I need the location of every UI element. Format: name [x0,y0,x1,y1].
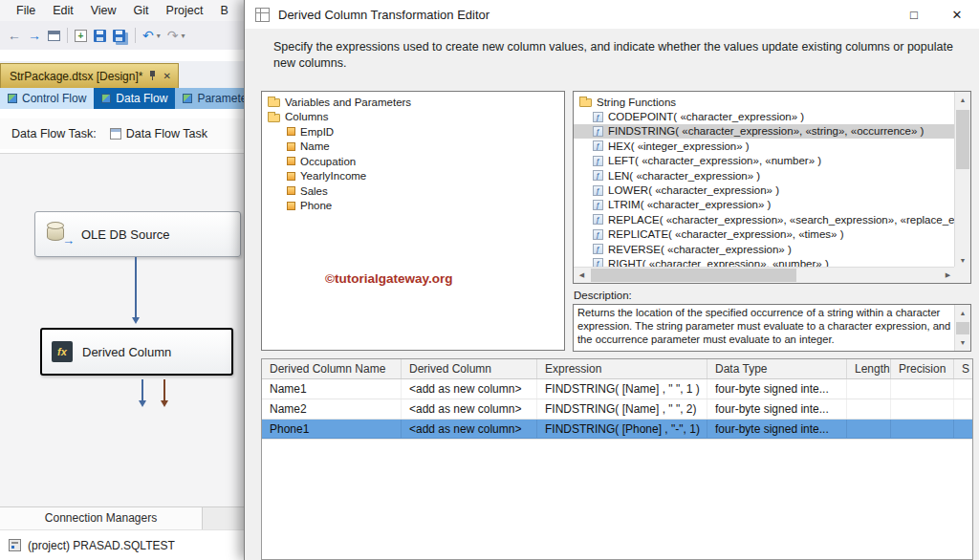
functions-vertical-scrollbar[interactable]: ▲ ▼ [954,92,970,269]
new-item-icon[interactable]: + [75,30,87,42]
function-item[interactable]: LEFT( «character_expression», «number» ) [574,154,956,168]
scroll-down-icon[interactable]: ▼ [955,334,970,351]
cell-precision[interactable] [891,379,954,398]
cell-derived-column-name[interactable]: Phone1 [262,420,402,439]
function-item[interactable]: REPLICATE( «character_expression», «time… [574,227,956,242]
cell-expression[interactable]: FINDSTRING( [Name] , " ", 2) [537,399,707,419]
error-output-arrow[interactable] [163,379,165,404]
scrollbar-thumb[interactable] [591,269,796,282]
cell-data-type[interactable]: four-byte signed inte... [707,399,847,419]
scroll-up-icon[interactable]: ▲ [955,305,970,321]
function-item[interactable]: LEN( «character_expression» ) [574,168,956,183]
cell-data-type[interactable]: four-byte signed inte... [707,420,847,439]
menu-edit[interactable]: Edit [44,1,82,20]
cell-derived-column[interactable]: <add as new column> [402,379,537,398]
document-tab[interactable]: StrPackage.dtsx [Design]* ✕ [0,63,179,88]
header-precision[interactable]: Precision [891,359,954,378]
cell-data-type[interactable]: four-byte signed inte... [707,379,847,398]
window-icon[interactable] [48,31,60,41]
output-arrow-blue[interactable] [141,379,143,404]
cell-length[interactable] [847,399,891,419]
tree-item-variables[interactable]: Variables and Parameters [262,95,564,110]
ole-db-source-node[interactable]: → OLE DB Source [34,211,241,257]
undo-icon[interactable]: ↶ [142,29,154,42]
undo-caret-icon[interactable]: ▾ [157,32,161,40]
pin-icon[interactable] [148,71,157,81]
design-surface[interactable]: → OLE DB Source fx Derived Column [0,153,245,506]
menu-file[interactable]: File [8,1,44,20]
maximize-button[interactable]: □ [894,0,934,29]
flow-connector-arrow[interactable] [135,257,137,321]
close-button[interactable]: ✕ [937,0,977,29]
function-label: FINDSTRING( «character_expression», «str… [608,125,924,137]
header-derived-column[interactable]: Derived Column [402,359,537,378]
cell-expression[interactable]: FINDSTRING( [Phone] , "-", 1) [537,420,707,439]
cell-scale[interactable] [954,399,972,419]
function-item[interactable]: LOWER( «character_expression» ) [574,183,956,197]
grid-row-selected[interactable]: Phone1 <add as new column> FINDSTRING( [… [262,420,972,440]
scrollbar-thumb[interactable] [956,110,969,169]
grid-row[interactable]: Name2 <add as new column> FINDSTRING( [N… [262,399,972,420]
cell-scale[interactable] [954,379,972,398]
cell-derived-column[interactable]: <add as new column> [402,420,537,439]
header-data-type[interactable]: Data Type [707,359,847,378]
grid-row[interactable]: Name1 <add as new column> FINDSTRING( [N… [262,379,972,399]
cell-derived-column[interactable]: <add as new column> [402,399,537,419]
tab-control-flow[interactable]: Control Flow [0,88,94,109]
description-scrollbar[interactable]: ▲ ▼ [954,305,970,351]
redo-icon[interactable]: ↷ [167,29,179,42]
cell-expression[interactable]: FINDSTRING( [Name] , " ", 1 ) [537,379,707,398]
menu-view[interactable]: View [82,1,125,20]
scrollbar-thumb[interactable] [956,322,969,334]
derived-column-node[interactable]: fx Derived Column [40,328,233,376]
cell-precision[interactable] [891,420,954,439]
tree-item-column[interactable]: YearlyIncome [262,169,564,184]
function-item[interactable]: LTRIM( «character_expression» ) [574,198,956,212]
function-item[interactable]: REPLACE( «character_expression», «search… [574,212,956,226]
connection-managers-tab[interactable]: Connection Managers [0,507,203,529]
function-label: LOWER( «character_expression» ) [608,184,779,196]
tree-item-column[interactable]: Name [262,140,564,155]
functions-horizontal-scrollbar[interactable]: ◀ ▶ [574,267,956,283]
tab-close-icon[interactable]: ✕ [163,71,170,81]
function-icon [593,112,603,122]
tree-item-column[interactable]: Occupation [262,154,564,169]
navigate-back-icon[interactable]: ← [8,29,21,42]
save-all-icon[interactable] [113,30,125,42]
function-item[interactable]: REVERSE( «character_expression» ) [574,242,956,256]
data-flow-task-selector[interactable]: Data Flow Task [110,127,207,140]
scroll-left-icon[interactable]: ◀ [574,268,590,283]
scroll-up-icon[interactable]: ▲ [955,92,970,108]
header-length[interactable]: Length [847,359,891,378]
dialog-titlebar[interactable]: Derived Column Transformation Editor □ ✕ [245,0,979,29]
function-item[interactable]: HEX( «integer_expression» ) [574,139,956,153]
navigate-forward-icon[interactable]: → [28,29,41,42]
menu-build[interactable]: B [211,1,236,20]
tree-item-column[interactable]: Phone [262,199,564,214]
folder-icon [579,98,592,107]
tree-item-column[interactable]: EmpID [262,124,564,140]
cell-length[interactable] [847,379,891,398]
menu-project[interactable]: Project [158,1,212,20]
cell-derived-column-name[interactable]: Name1 [262,379,402,398]
description-label: Description: [574,290,632,301]
save-icon[interactable] [94,30,106,42]
cell-derived-column-name[interactable]: Name2 [262,399,402,419]
header-expression[interactable]: Expression [537,359,707,378]
header-scale[interactable]: S [954,359,972,378]
tab-data-flow[interactable]: Data Flow [94,88,175,109]
tree-item-string-functions[interactable]: String Functions [574,95,956,109]
redo-caret-icon[interactable]: ▾ [181,32,185,40]
cell-precision[interactable] [891,399,954,419]
tab-parameters[interactable]: Paramete [175,88,245,109]
cell-scale[interactable] [954,420,972,439]
cell-length[interactable] [847,420,891,439]
tree-item-column[interactable]: Sales [262,183,564,199]
tree-item-columns[interactable]: Columns [262,110,564,125]
function-item-selected[interactable]: FINDSTRING( «character_expression», «str… [574,124,956,139]
header-derived-column-name[interactable]: Derived Column Name [262,359,402,378]
menu-git[interactable]: Git [125,1,158,20]
tab-control-flow-label: Control Flow [22,92,86,105]
connection-manager-item[interactable]: (project) PRASAD.SQLTEST [0,529,245,560]
function-item[interactable]: CODEPOINT( «character_expression» ) [574,109,956,123]
